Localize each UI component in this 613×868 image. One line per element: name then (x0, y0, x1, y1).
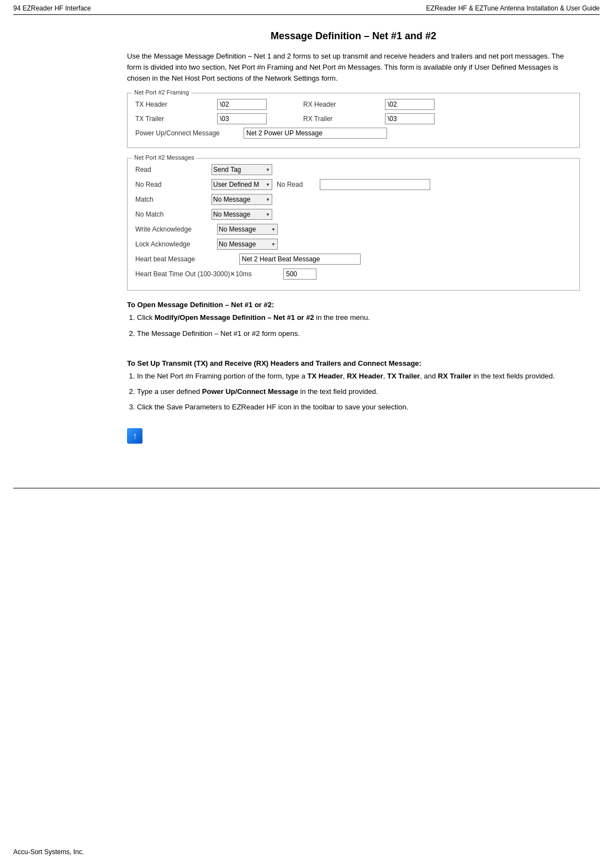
save-icon[interactable]: ↑ (127, 428, 142, 444)
heartbeat-label: Heart beat Message (135, 255, 235, 263)
noread-row: No Read User Defined M No Message Send T… (135, 179, 572, 190)
framing-section: Net Port #2 Framing TX Header RX Header … (127, 93, 580, 148)
read-row: Read Send Tag No Message User Defined M (135, 164, 572, 175)
power-label: Power Up/Connect Message (135, 129, 240, 137)
read-select[interactable]: Send Tag No Message User Defined M (212, 164, 272, 175)
heartbeat-input[interactable] (239, 254, 361, 265)
intro-text: Use the Message Message Definition – Net… (127, 51, 580, 84)
framing-legend: Net Port #2 Framing (132, 89, 191, 96)
tx-trailer-input[interactable] (217, 113, 267, 124)
page-title: Message Definition – Net #1 and #2 (127, 30, 580, 42)
rx-header-label: RX Header (303, 101, 381, 108)
lock-ack-row: Lock Acknowledge No Message Send Tag Use… (135, 239, 572, 250)
messages-legend: Net Port #2 Messages (132, 154, 197, 161)
main-content: Message Definition – Net #1 and #2 Use t… (0, 15, 613, 488)
header-right: EZReader HF & EZTune Antenna Installatio… (426, 4, 600, 12)
read-label: Read (135, 166, 207, 173)
nomatch-select[interactable]: No Message Send Tag User Defined M (212, 209, 272, 220)
timeout-input[interactable] (283, 269, 316, 280)
setup-steps: In the Net Port #n Framing portion of th… (137, 371, 580, 413)
page-header: 94 EZReader HF Interface EZReader HF & E… (0, 0, 613, 14)
rx-trailer-input[interactable] (385, 113, 435, 124)
power-row: Power Up/Connect Message (135, 128, 572, 139)
open-title: To Open Message Definition – Net #1 or #… (127, 301, 580, 309)
rx-header-input[interactable] (385, 99, 435, 110)
messages-section: Net Port #2 Messages Read Send Tag No Me… (127, 158, 580, 291)
setup-step-3: Click the Save Parameters to EZReader HF… (137, 402, 580, 413)
match-label: Match (135, 196, 207, 203)
noread-text-label: No Read (277, 181, 315, 188)
read-select-wrapper[interactable]: Send Tag No Message User Defined M (212, 164, 272, 175)
write-ack-row: Write Acknowledge No Message Send Tag Us… (135, 224, 572, 235)
heartbeat-row: Heart beat Message (135, 254, 572, 265)
open-step-1: Click Modify/Open Message Definition – N… (137, 312, 580, 323)
power-input[interactable] (244, 128, 387, 139)
write-ack-select[interactable]: No Message Send Tag User Defined M (217, 224, 278, 235)
nomatch-row: No Match No Message Send Tag User Define… (135, 209, 572, 220)
framing-grid: TX Header RX Header (135, 99, 572, 110)
footer-left: Accu-Sort Systems, Inc. (13, 848, 84, 856)
setup-title: To Set Up Transmit (TX) and Receive (RX)… (127, 359, 580, 367)
match-row: Match No Message Send Tag User Defined M (135, 194, 572, 205)
open-step-1-bold: Modify/Open Message Definition – Net #1 … (155, 313, 314, 322)
noread-text-input[interactable] (320, 179, 430, 190)
lock-ack-label: Lock Acknowledge (135, 240, 213, 248)
nomatch-select-wrapper[interactable]: No Message Send Tag User Defined M (212, 209, 272, 220)
nomatch-label: No Match (135, 211, 207, 218)
footer-divider (13, 488, 600, 488)
match-select-wrapper[interactable]: No Message Send Tag User Defined M (212, 194, 272, 205)
open-steps: Click Modify/Open Message Definition – N… (137, 312, 580, 339)
setup-step-2: Type a user defined Power Up/Connect Mes… (137, 386, 580, 397)
rx-trailer-label: RX Trailer (303, 115, 381, 123)
timeout-row: Heart Beat Time Out (100-3000)✕10ms (135, 269, 572, 280)
tx-header-label: TX Header (135, 101, 213, 108)
setup-title-text: To Set Up Transmit (TX) and Receive (RX)… (127, 359, 421, 367)
noread-select[interactable]: User Defined M No Message Send Tag (212, 179, 272, 190)
write-ack-label: Write Acknowledge (135, 225, 213, 233)
trailer-grid: TX Trailer RX Trailer (135, 113, 572, 124)
write-ack-select-wrapper[interactable]: No Message Send Tag User Defined M (217, 224, 278, 235)
tx-trailer-label: TX Trailer (135, 115, 213, 123)
timeout-label: Heart Beat Time Out (100-3000)✕10ms (135, 270, 279, 278)
header-left: 94 EZReader HF Interface (13, 4, 91, 12)
match-select[interactable]: No Message Send Tag User Defined M (212, 194, 272, 205)
page-footer: Accu-Sort Systems, Inc. (0, 846, 613, 858)
setup-step-1: In the Net Port #n Framing portion of th… (137, 371, 580, 382)
lock-ack-select[interactable]: No Message Send Tag User Defined M (217, 239, 278, 250)
tx-header-input[interactable] (217, 99, 267, 110)
lock-ack-select-wrapper[interactable]: No Message Send Tag User Defined M (217, 239, 278, 250)
noread-label: No Read (135, 181, 207, 188)
save-arrow-icon: ↑ (133, 431, 137, 441)
noread-select-wrapper[interactable]: User Defined M No Message Send Tag (212, 179, 272, 190)
open-step-2: The Message Definition – Net #1 or #2 fo… (137, 328, 580, 339)
